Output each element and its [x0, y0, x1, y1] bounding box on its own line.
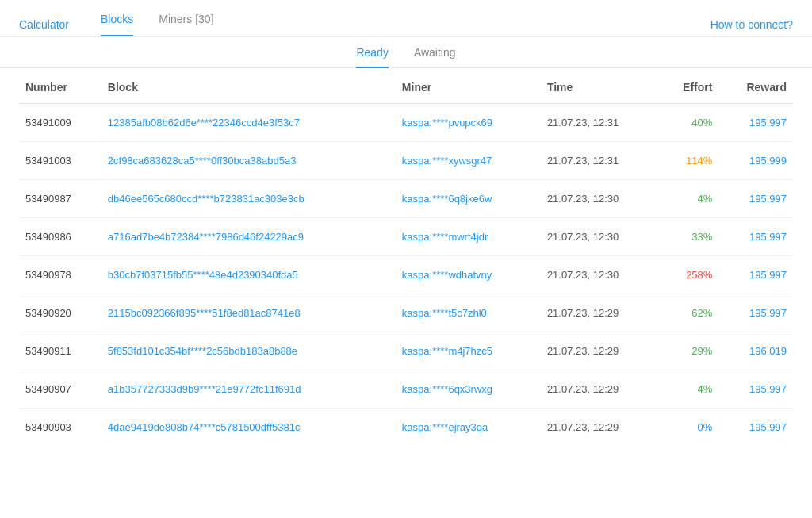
col-header-reward: Reward — [718, 68, 793, 104]
cell-miner[interactable]: kaspa:****xywsgr47 — [396, 142, 541, 180]
table-row: 53490978 b30cb7f03715fb55****48e4d239034… — [19, 256, 793, 294]
table-row: 53491009 12385afb08b62d6e****22346ccd4e3… — [19, 104, 793, 142]
cell-block-hash[interactable]: 5f853fd101c354bf****2c56bdb183a8b88e — [102, 332, 396, 370]
cell-miner[interactable]: kaspa:****m4j7hzc5 — [396, 332, 541, 370]
cell-reward: 195.997 — [718, 370, 793, 409]
cell-effort: 4% — [659, 370, 718, 409]
cell-number: 53490907 — [19, 370, 102, 409]
cell-block-hash[interactable]: a1b357727333d9b9****21e9772fc11f691d — [102, 370, 396, 409]
cell-effort: 114% — [659, 142, 718, 180]
how-to-connect-link[interactable]: How to connect? — [710, 18, 793, 31]
cell-miner[interactable]: kaspa:****wdhatvny — [396, 256, 541, 294]
cell-block-hash[interactable]: a716ad7be4b72384****7986d46f24229ac9 — [102, 218, 396, 256]
cell-reward: 195.997 — [718, 104, 793, 142]
col-header-block: Block — [102, 68, 396, 104]
cell-miner[interactable]: kaspa:****pvupck69 — [396, 104, 541, 142]
table-row: 53490986 a716ad7be4b72384****7986d46f242… — [19, 218, 793, 256]
cell-time: 21.07.23, 12:31 — [541, 142, 660, 180]
cell-effort: 258% — [659, 256, 718, 294]
cell-block-hash[interactable]: 2cf98ca683628ca5****0ff30bca38abd5a3 — [102, 142, 396, 180]
cell-reward: 195.997 — [718, 294, 793, 332]
cell-miner[interactable]: kaspa:****mwrt4jdr — [396, 218, 541, 256]
secondary-tabs: ReadyAwaiting — [0, 37, 812, 68]
cell-number: 53490978 — [19, 256, 102, 294]
tab-primary-blocks[interactable]: Blocks — [101, 13, 133, 36]
cell-time: 21.07.23, 12:30 — [541, 218, 660, 256]
cell-block-hash[interactable]: b30cb7f03715fb55****48e4d2390340fda5 — [102, 256, 396, 294]
cell-reward: 195.999 — [718, 142, 793, 180]
cell-number: 53490903 — [19, 409, 102, 447]
cell-reward: 195.997 — [718, 180, 793, 218]
cell-miner[interactable]: kaspa:****6qx3rwxg — [396, 370, 541, 409]
cell-effort: 62% — [659, 294, 718, 332]
tab-secondary-awaiting[interactable]: Awaiting — [414, 38, 456, 68]
cell-miner[interactable]: kaspa:****6q8jke6w — [396, 180, 541, 218]
cell-reward: 195.997 — [718, 256, 793, 294]
table-row: 53490907 a1b357727333d9b9****21e9772fc11… — [19, 370, 793, 409]
table-row: 53490911 5f853fd101c354bf****2c56bdb183a… — [19, 332, 793, 370]
cell-effort: 33% — [659, 218, 718, 256]
cell-miner[interactable]: kaspa:****ejray3qa — [396, 409, 541, 447]
cell-block-hash[interactable]: 4dae9419de808b74****c5781500dff5381c — [102, 409, 396, 447]
cell-effort: 40% — [659, 104, 718, 142]
cell-block-hash[interactable]: db46ee565c680ccd****b723831ac303e3cb — [102, 180, 396, 218]
table-row: 53490920 2115bc092366f895****51f8ed81ac8… — [19, 294, 793, 332]
cell-effort: 4% — [659, 180, 718, 218]
cell-reward: 196.019 — [718, 332, 793, 370]
cell-miner[interactable]: kaspa:****t5c7zhl0 — [396, 294, 541, 332]
table-row: 53490987 db46ee565c680ccd****b723831ac30… — [19, 180, 793, 218]
blocks-table: Number Block Miner Time Effort Reward 53… — [19, 68, 793, 446]
cell-time: 21.07.23, 12:29 — [541, 294, 660, 332]
cell-number: 53491009 — [19, 104, 102, 142]
cell-reward: 195.997 — [718, 218, 793, 256]
cell-number: 53490911 — [19, 332, 102, 370]
cell-effort: 0% — [659, 409, 718, 447]
primary-tabs: BlocksMiners [30] — [101, 13, 214, 36]
col-header-time: Time — [541, 68, 660, 104]
col-header-miner: Miner — [396, 68, 541, 104]
table-row: 53491003 2cf98ca683628ca5****0ff30bca38a… — [19, 142, 793, 180]
cell-number: 53490920 — [19, 294, 102, 332]
cell-time: 21.07.23, 12:30 — [541, 256, 660, 294]
cell-time: 21.07.23, 12:29 — [541, 332, 660, 370]
cell-number: 53491003 — [19, 142, 102, 180]
cell-block-hash[interactable]: 12385afb08b62d6e****22346ccd4e3f53c7 — [102, 104, 396, 142]
col-header-effort: Effort — [659, 68, 718, 104]
table-row: 53490903 4dae9419de808b74****c5781500dff… — [19, 409, 793, 447]
cell-number: 53490987 — [19, 180, 102, 218]
cell-reward: 195.997 — [718, 409, 793, 447]
cell-time: 21.07.23, 12:29 — [541, 409, 660, 447]
calculator-link[interactable]: Calculator — [19, 18, 69, 31]
cell-number: 53490986 — [19, 218, 102, 256]
cell-time: 21.07.23, 12:30 — [541, 180, 660, 218]
tab-secondary-ready[interactable]: Ready — [356, 38, 388, 68]
cell-time: 21.07.23, 12:29 — [541, 370, 660, 409]
blocks-table-container: Number Block Miner Time Effort Reward 53… — [0, 68, 812, 446]
cell-block-hash[interactable]: 2115bc092366f895****51f8ed81ac8741e8 — [102, 294, 396, 332]
cell-effort: 29% — [659, 332, 718, 370]
col-header-number: Number — [19, 68, 102, 104]
cell-time: 21.07.23, 12:31 — [541, 104, 660, 142]
tab-primary-miners[interactable]: Miners [30] — [159, 13, 213, 36]
